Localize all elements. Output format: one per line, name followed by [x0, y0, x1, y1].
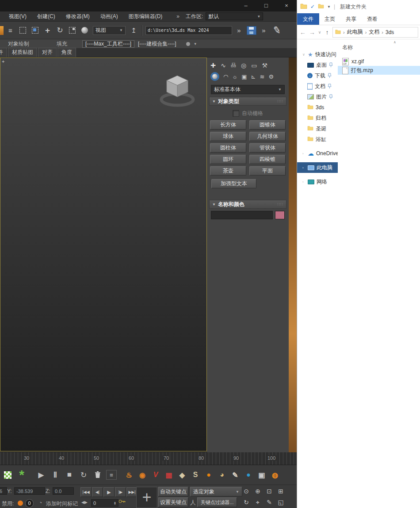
pause-icon[interactable]: Ⅱ: [50, 469, 61, 481]
next-frame-icon[interactable]: |▶: [115, 487, 126, 497]
tab-home[interactable]: 主页: [319, 13, 340, 25]
menu-modifiers[interactable]: 修改器(M): [61, 13, 95, 20]
lights-category-icon[interactable]: ☼: [232, 73, 237, 80]
back-icon[interactable]: ←: [299, 29, 307, 36]
breadcrumb-documents[interactable]: 文档: [369, 28, 379, 36]
key-plus-icon[interactable]: [118, 499, 127, 505]
tube-button[interactable]: 管状体: [249, 143, 286, 153]
play-animation-icon[interactable]: ▶: [103, 487, 115, 497]
time-tag-label[interactable]: 添加时间标记: [46, 500, 78, 508]
project-path-field[interactable]: d:\Users\3d…ds Max 2024: [145, 26, 232, 35]
script-box-icon[interactable]: ▣: [256, 470, 267, 480]
x-coordinate-field[interactable]: 6: [0, 487, 7, 495]
script-cup-icon[interactable]: ◍: [270, 470, 280, 480]
geosphere-button[interactable]: 几何球体: [249, 132, 286, 141]
rotate-tool-icon[interactable]: ↻: [54, 25, 65, 36]
modeling-collection-bracket[interactable]: [----建模合集----]: [138, 40, 176, 48]
up-icon[interactable]: ↑: [323, 29, 331, 36]
toolbar-overflow2-icon[interactable]: »: [258, 25, 269, 36]
tab-material-map[interactable]: 材质贴图: [8, 48, 37, 57]
textplus-button[interactable]: 加强型文本: [211, 179, 256, 188]
menu-animation[interactable]: 动画(A): [95, 13, 123, 20]
record-dot-icon[interactable]: [186, 42, 190, 46]
add-key-big-button[interactable]: +: [136, 487, 157, 508]
key-filters-button[interactable]: 关键点过滤器...: [197, 497, 237, 507]
nav-pictures[interactable]: 图片: [297, 92, 338, 102]
expand-chevron-icon[interactable]: ›: [302, 152, 305, 156]
object-name-input[interactable]: [211, 211, 273, 219]
tab-angle[interactable]: 角度: [57, 48, 76, 57]
save-file-icon[interactable]: [246, 25, 257, 36]
expand-chevron-icon[interactable]: ∨: [302, 53, 305, 57]
teapot-button[interactable]: 茶壶: [210, 166, 246, 176]
zoom-icon[interactable]: ⊙: [241, 487, 251, 496]
tab-share[interactable]: 共享: [340, 13, 362, 25]
stop-icon[interactable]: ■: [64, 469, 75, 481]
move-tool-icon[interactable]: +: [42, 25, 53, 36]
nav-desktop[interactable]: 桌面: [297, 60, 338, 70]
reference-coordinate-dropdown[interactable]: 视图 ▼: [93, 26, 126, 35]
pencil-icon[interactable]: ✎: [271, 24, 283, 37]
workspace-dropdown[interactable]: 默认 ▼: [206, 12, 263, 20]
nav-downloads[interactable]: ↓ 下载: [297, 70, 338, 81]
script-red-v-icon[interactable]: V: [150, 470, 161, 480]
status-orange-dot-icon[interactable]: [18, 500, 23, 506]
frame-spinner-field[interactable]: 0 ▲▼: [91, 499, 118, 507]
zoom-all-icon[interactable]: ⊕: [253, 487, 263, 496]
spacewarps-category-icon[interactable]: ≋: [260, 73, 264, 80]
expand-chevron-icon[interactable]: ›: [302, 180, 305, 184]
recent-locations-chevron-icon[interactable]: ∨: [317, 30, 322, 34]
fill-label[interactable]: 填充: [57, 40, 67, 48]
tab-file[interactable]: 文件: [297, 13, 319, 25]
script-stamp-icon[interactable]: ◆: [177, 470, 187, 480]
clipped-toolbar-icon[interactable]: [0, 26, 4, 35]
helpers-category-icon[interactable]: ⊾: [251, 73, 256, 80]
file-row-dabao-mzp[interactable]: 打包.mzp: [338, 66, 420, 75]
tab-clipped[interactable]: 件: [0, 48, 7, 57]
menu-views[interactable]: 视图(V): [4, 13, 32, 20]
use-center-icon[interactable]: [79, 25, 90, 36]
zoom-extents-icon[interactable]: ⊡: [264, 487, 274, 496]
qat-properties-icon[interactable]: ✓: [310, 4, 315, 10]
viewport[interactable]: +: [0, 57, 207, 451]
close-button[interactable]: ×: [276, 0, 297, 11]
menu-create[interactable]: 创建(C): [32, 13, 61, 20]
file-row-xz-gif[interactable]: GIF xz.gif: [338, 57, 420, 66]
select-and-place-icon[interactable]: ↥: [128, 25, 139, 36]
nav-folder-archive[interactable]: 归档: [297, 113, 338, 123]
expand-chevron-icon[interactable]: ›: [302, 166, 305, 170]
previous-frame-icon[interactable]: ◀|: [92, 487, 103, 497]
create-tab-icon[interactable]: +: [210, 62, 216, 69]
minimize-button[interactable]: –: [236, 0, 256, 11]
nav-this-pc[interactable]: › 此电脑: [297, 162, 338, 173]
nav-folder-bathtub[interactable]: 浴缸: [297, 134, 338, 145]
nav-folder-christmas[interactable]: 圣诞: [297, 123, 338, 134]
auto-key-button[interactable]: 自动关键点: [158, 487, 188, 497]
geometry-type-dropdown[interactable]: 标准基本体 ▼: [211, 85, 285, 94]
nav-onedrive[interactable]: › ☁ OneDrive: [297, 148, 338, 159]
pyramid-button[interactable]: 四棱锥: [249, 155, 286, 164]
z-coordinate-field[interactable]: 0.0: [53, 487, 74, 495]
orbit-icon[interactable]: ↻: [241, 498, 251, 507]
maximize-viewport-icon[interactable]: ◱: [276, 498, 286, 507]
rectangular-selection-icon[interactable]: [17, 25, 28, 36]
breadcrumb-3ds[interactable]: 3ds: [386, 29, 394, 35]
loop-play-icon[interactable]: ↻: [78, 469, 89, 481]
window-crossing-icon[interactable]: [30, 25, 41, 36]
geometry-category-icon[interactable]: [210, 72, 219, 81]
toolbar-overflow-icon[interactable]: »: [233, 25, 244, 36]
qat-customize-chevron-icon[interactable]: ▼: [327, 5, 331, 9]
cylinder-button[interactable]: 圆柱体: [210, 143, 246, 153]
breadcrumb-this-pc[interactable]: 此电脑: [347, 28, 363, 36]
plane-button[interactable]: 平面: [249, 166, 286, 176]
qat-new-folder-icon[interactable]: [318, 4, 324, 10]
systems-category-icon[interactable]: ⚙: [268, 73, 274, 80]
viewcube[interactable]: [159, 71, 197, 110]
spinner-arrows-icon[interactable]: ▲▼: [114, 501, 116, 505]
column-header-name[interactable]: 名称: [338, 43, 420, 52]
selection-filter-dropdown[interactable]: 选定对象 ▼: [190, 487, 242, 497]
object-type-rollout[interactable]: ▼ 对象类型 ∷∷: [209, 97, 286, 106]
script-pen-icon[interactable]: ✎: [230, 470, 241, 480]
scale-tool-icon[interactable]: [67, 25, 78, 36]
name-color-rollout[interactable]: ▼ 名称和颜色 ∷∷: [209, 200, 286, 209]
